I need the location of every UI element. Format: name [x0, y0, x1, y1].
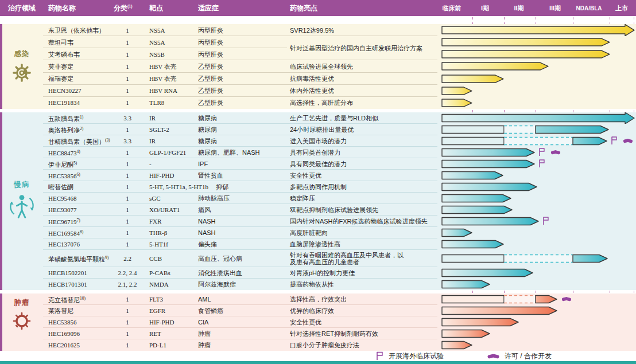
drug-name: HEC53856	[48, 319, 77, 326]
drug-target: FXR	[149, 218, 161, 225]
drug-highlight: 优异的临床疗效	[290, 307, 334, 314]
flag-icon	[540, 160, 544, 168]
drug-indication: 乙型肝炎	[198, 63, 223, 70]
drug-target: HBV 衣壳	[149, 75, 177, 82]
drug-category: 1	[104, 241, 150, 248]
progress-arrow	[573, 255, 607, 263]
drug-highlight: 针对选择性RET抑制剂耐药有效	[290, 330, 378, 337]
drug-highlight: 抗病毒活性更优	[290, 75, 334, 82]
progress-bar-dashed	[504, 296, 536, 303]
col-header-phase-2: I期	[481, 4, 489, 13]
drug-indication: 丙型肝炎	[198, 27, 223, 34]
progress-arrow	[442, 206, 512, 214]
progress-arrow	[442, 218, 538, 225]
drug-indication: IPF	[198, 161, 208, 167]
progress-track	[0, 48, 636, 60]
drug-target: NS5A	[149, 39, 165, 46]
pipeline-row: HEC137076 1 5-HT1f 偏头痛 血脑屏障渗透性高	[0, 238, 636, 250]
drug-category: 1	[104, 51, 150, 58]
drug-target: FLT3	[149, 296, 163, 303]
pipeline-row: 伊非尼酮5) 1 - IPF 具有同类最佳的潜力	[0, 158, 636, 170]
drug-indication: 乙型肝炎	[198, 75, 223, 82]
drug-indication: 食管鳞癌	[198, 307, 223, 314]
progress-arrow	[442, 172, 503, 179]
drug-indication: 阿尔兹海默症	[198, 281, 236, 288]
pipeline-row: HEC538566) 1 HIF-PHD 肾性贫血 安全性更优	[0, 170, 636, 181]
drug-category: 2.2	[104, 255, 150, 262]
progress-arrow	[442, 319, 518, 326]
drug-highlight: 安全性更优	[290, 172, 321, 179]
drug-highlight: 具有同类首创潜力	[290, 149, 340, 156]
bottom-accent-bar	[0, 361, 636, 364]
drug-name: HEC884734)	[48, 148, 80, 157]
drug-name: HEC538566)	[48, 171, 80, 180]
drug-name: 莱洛替尼	[48, 307, 73, 314]
drug-highlight: 口服小分子肿瘤免疫疗法	[290, 342, 359, 349]
col-header-indication: 适应症	[198, 3, 219, 13]
pipeline-row: 福瑞赛定 1 HBV 衣壳 乙型肝炎 抗病毒活性更优	[0, 73, 636, 85]
drug-name: HEC967197)	[48, 217, 80, 226]
drug-indication: AML	[198, 296, 211, 303]
handshake-icon	[487, 353, 499, 360]
col-header-phase-6: 上市	[615, 4, 628, 13]
progress-arrow	[442, 183, 537, 191]
drug-target: RET	[149, 330, 161, 337]
drug-name: HECB1502201	[48, 269, 87, 276]
drug-target: NS5B	[149, 51, 165, 58]
legend-item-license-codev: 许可 / 合作开发	[487, 350, 552, 362]
col-header-highlight: 药物亮点	[290, 3, 317, 13]
drug-target: HIF-PHD	[149, 172, 174, 179]
progress-arrow	[442, 99, 472, 107]
pipeline-row: HECN30227 1 HBV RNA 乙型肝炎 体内外活性更优	[0, 85, 636, 97]
drug-target: -	[149, 161, 152, 167]
drug-highlight: 针对有吞咽困难的高血压及中风患者，以 及患有高血压的儿童患者	[290, 252, 404, 265]
drug-target: HBV 衣壳	[149, 63, 177, 70]
drug-target: SGLT-2	[149, 126, 169, 133]
drug-target: XO/URAT1	[149, 206, 180, 213]
drug-highlight: 对胃液pH的控制力更佳	[290, 269, 355, 276]
drug-name: 伊非尼酮5)	[48, 160, 77, 169]
pipeline-row: HECB1701301 2.1, 2.2 NMDA 阿尔兹海默症 提高药物依从性	[0, 279, 636, 290]
progress-arrow	[442, 62, 548, 70]
handshake-icon	[550, 150, 560, 155]
pipeline-row: HECB1502201 2.2, 2.4 P-CABs 消化性溃疡出血 对胃液p…	[0, 267, 636, 279]
col-header-phase-4: III期	[549, 4, 561, 13]
progress-arrow	[442, 241, 503, 248]
drug-indication: 肺动脉高压	[198, 195, 230, 202]
pipeline-row: HEC93077 1 XO/URAT1 痛风 双靶点抑制剂临床试验进展领先	[0, 204, 636, 216]
drug-highlight: 国内针对NASH的FXR候选药物临床试验进度领先	[290, 218, 428, 225]
progress-bar-dashed	[504, 138, 573, 145]
col-header-phase-3: II期	[514, 4, 523, 13]
progress-arrow	[442, 307, 557, 315]
drug-highlight: 提高药物依从性	[290, 281, 334, 288]
drug-target: sGC	[149, 195, 161, 202]
progress-bar-solid	[442, 138, 504, 145]
drug-indication: 痛风	[198, 206, 211, 213]
progress-bar-dashed	[504, 126, 536, 134]
drug-name: HEC169096	[48, 330, 80, 337]
progress-arrow	[442, 38, 610, 46]
drug-category: 1	[104, 63, 150, 70]
drug-category: 1	[104, 307, 150, 314]
legend-label: 开展海外临床试验	[389, 351, 444, 361]
progress-bar-solid	[442, 126, 504, 134]
drug-indication: 丙型肝炎	[198, 39, 223, 46]
drug-name: 东卫恩（依米他韦）	[48, 27, 105, 34]
drug-name: 奥洛格列净2)	[48, 126, 83, 134]
drug-category: 1	[104, 206, 150, 213]
progress-arrow	[442, 269, 533, 277]
drug-name: HEC191834	[48, 99, 80, 106]
drug-name: HEC95468	[48, 195, 77, 202]
drug-highlight: 多靶点协同作用机制	[290, 183, 347, 190]
col-header-area: 治疗领域	[8, 3, 36, 13]
drug-target: NS5A	[149, 27, 165, 34]
progress-arrow	[442, 25, 634, 36]
drug-highlight: 体内外活性更优	[290, 87, 334, 94]
section-rows: 克立福替尼10) 1 FLT3 AML 选择性高，疗效突出 莱洛替尼 1 EGF…	[0, 293, 636, 351]
drug-highlight: 临床试验进展全球领先	[290, 63, 353, 70]
pipeline-row: 五款胰岛素1) 3.3 IR 糖尿病 生产工艺先进，质量与RLD相似	[0, 112, 636, 124]
drug-name: 艾考磷布韦	[48, 51, 80, 58]
progress-bar-dashed	[504, 255, 573, 263]
section-tumor: 肿瘤 克立福替尼10) 1 FLT3 AML 选择性高，疗效突出 莱洛替尼 1 …	[0, 293, 636, 351]
pipeline-row: 莫非赛定 1 HBV 衣壳 乙型肝炎 临床试验进展全球领先	[0, 60, 636, 72]
